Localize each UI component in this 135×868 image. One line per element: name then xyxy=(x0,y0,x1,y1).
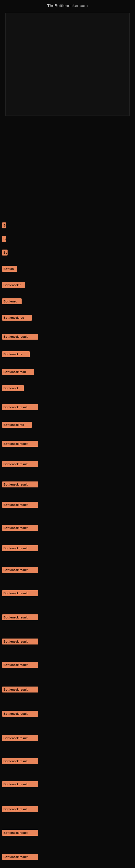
bar-label: Bottleneck result xyxy=(2,461,38,467)
bar-item: Bottleneck r xyxy=(2,282,25,288)
bar-label: Bottleneck result xyxy=(2,758,38,764)
bar-label: Bottleneck re xyxy=(2,351,30,357)
bar-item: Bottleneck resu xyxy=(2,369,34,375)
bar-label: Bottleneck result xyxy=(2,639,38,645)
bar-label: Bottleneck result xyxy=(2,525,38,531)
bar-item: Bottleneck result xyxy=(2,758,38,764)
bar-item: Bottleneck result xyxy=(2,711,38,717)
bar-label: Bottleneck result xyxy=(2,441,38,447)
bar-label: Bottleneck result xyxy=(2,404,38,410)
bar-label: Bottleneck result xyxy=(2,711,38,717)
bar-item: Bottleneck result xyxy=(2,686,38,692)
bar-label: B xyxy=(2,222,6,228)
bar-item: Bottleneck result xyxy=(2,639,38,645)
bar-item: Bottleneck result xyxy=(2,614,38,620)
bar-item: Bottleneck result xyxy=(2,662,38,668)
bar-item: Bottleneck result xyxy=(2,461,38,467)
bar-item: Bottleneck re xyxy=(2,351,30,357)
bar-label: Bottleneck result xyxy=(2,545,38,551)
bar-item: Bottleneck res xyxy=(2,422,32,428)
bar-label: Bottleneck result xyxy=(2,662,38,668)
bar-label: Bottleneck result xyxy=(2,830,38,836)
bar-item: Bottleneck result xyxy=(2,735,38,741)
bar-item: Bo xyxy=(2,250,8,255)
bar-label: Bottleneck resu xyxy=(2,369,34,375)
bar-item: Bottleneck result xyxy=(2,590,38,596)
bar-item: B xyxy=(2,236,6,242)
bar-item: Bottleneck result xyxy=(2,441,38,447)
bar-item: Bottlen xyxy=(2,266,17,272)
bar-label: Bottlenec xyxy=(2,299,21,304)
bar-label: Bottleneck result xyxy=(2,854,38,860)
bar-label: Bottleneck res xyxy=(2,315,32,321)
bar-item: Bottleneck result xyxy=(2,830,38,836)
bar-label: Bottleneck result xyxy=(2,482,38,488)
bar-label: Bottleneck res xyxy=(2,422,32,428)
bar-item: Bottleneck result xyxy=(2,854,38,860)
site-title: TheBottlenecker.com xyxy=(0,0,135,10)
bar-label: B xyxy=(2,236,6,242)
bar-label: Bottleneck r xyxy=(2,282,25,288)
bar-label: Bo xyxy=(2,250,8,255)
bar-item: Bottleneck result xyxy=(2,525,38,531)
bar-label: Bottleneck result xyxy=(2,502,38,508)
bar-label: Bottleneck result xyxy=(2,590,38,596)
bar-label: Bottleneck result xyxy=(2,567,38,573)
bar-label: Bottleneck result xyxy=(2,806,38,812)
bar-label: Bottleneck result xyxy=(2,686,38,692)
bar-item: Bottleneck result xyxy=(2,334,38,340)
bar-item: Bottleneck result xyxy=(2,567,38,573)
bar-label: Bottleneck xyxy=(2,385,24,391)
bar-item: Bottleneck result xyxy=(2,502,38,508)
bar-label: Bottleneck result xyxy=(2,735,38,741)
bar-item: Bottlenec xyxy=(2,299,21,304)
bar-label: Bottleneck result xyxy=(2,334,38,340)
bar-item: Bottleneck result xyxy=(2,781,38,787)
bar-label: Bottleneck result xyxy=(2,781,38,787)
chart-area xyxy=(5,13,130,116)
bar-label: Bottleneck result xyxy=(2,614,38,620)
bar-item: Bottleneck result xyxy=(2,545,38,551)
bar-item: Bottleneck xyxy=(2,385,24,391)
bar-item: Bottleneck result xyxy=(2,806,38,812)
bar-item: Bottleneck res xyxy=(2,315,32,321)
bar-item: Bottleneck result xyxy=(2,482,38,488)
bar-label: Bottlen xyxy=(2,266,17,272)
bar-item: B xyxy=(2,222,6,228)
bar-item: Bottleneck result xyxy=(2,404,38,410)
